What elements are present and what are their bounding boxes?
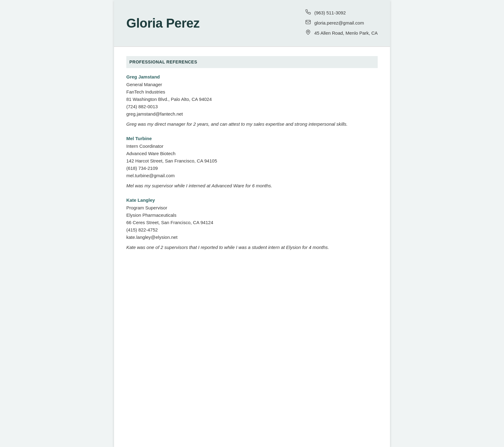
email-contact: gloria.perez@gmail.com xyxy=(305,19,378,27)
reference-note-1: Greg was my direct manager for 2 years, … xyxy=(126,121,378,128)
email-icon xyxy=(305,19,311,27)
reference-item-2: Mel Turbine Intern Coordinator Advanced … xyxy=(126,135,378,189)
reference-title-3: Program Supervisor xyxy=(126,204,378,212)
references-section-title: PROFESSIONAL REFERENCES xyxy=(129,59,197,64)
reference-company-3: Elysion Pharmaceuticals xyxy=(126,212,378,219)
reference-email-3: kate.langley@elysion.net xyxy=(126,234,378,241)
reference-phone-1: (724) 882-0013 xyxy=(126,103,378,110)
references-section-header: PROFESSIONAL REFERENCES xyxy=(126,56,378,68)
reference-phone-2: (618) 734-2109 xyxy=(126,165,378,172)
reference-name-2: Mel Turbine xyxy=(126,135,378,142)
reference-address-3: 66 Ceres Street, San Francisco, CA 94124 xyxy=(126,219,378,226)
phone-contact: (963) 511-3092 xyxy=(305,9,378,17)
header-section: Gloria Perez (963) 511-3092 gloria xyxy=(114,0,390,46)
svg-rect-0 xyxy=(306,20,311,24)
reference-company-1: FanTech Industries xyxy=(126,88,378,96)
resume-page: Gloria Perez (963) 511-3092 gloria xyxy=(114,0,390,447)
reference-email-2: mel.turbine@gmail.com xyxy=(126,172,378,179)
reference-name-3: Kate Langley xyxy=(126,197,378,204)
address-value: 45 Allen Road, Menlo Park, CA xyxy=(314,30,378,37)
location-icon xyxy=(305,29,311,37)
reference-email-1: greg.jamstand@fantech.net xyxy=(126,110,378,118)
phone-value: (963) 511-3092 xyxy=(314,10,346,17)
phone-icon xyxy=(305,9,311,17)
header-name-area: Gloria Perez xyxy=(126,13,200,33)
reference-item-3: Kate Langley Program Supervisor Elysion … xyxy=(126,197,378,251)
address-contact: 45 Allen Road, Menlo Park, CA xyxy=(305,29,378,37)
main-content: PROFESSIONAL REFERENCES Greg Jamstand Ge… xyxy=(114,47,390,271)
candidate-name: Gloria Perez xyxy=(126,13,200,33)
reference-title-2: Intern Coordinator xyxy=(126,143,378,150)
reference-note-3: Kate was one of 2 supervisors that I rep… xyxy=(126,244,378,251)
reference-address-1: 81 Washington Blvd., Palo Alto, CA 94024 xyxy=(126,96,378,103)
reference-item-1: Greg Jamstand General Manager FanTech In… xyxy=(126,74,378,128)
reference-note-2: Mel was my supervisor while I interned a… xyxy=(126,182,378,189)
reference-name-1: Greg Jamstand xyxy=(126,74,378,81)
email-value: gloria.perez@gmail.com xyxy=(314,20,364,27)
header-contact-area: (963) 511-3092 gloria.perez@gmail.com xyxy=(305,9,378,37)
svg-point-1 xyxy=(307,31,309,32)
reference-title-1: General Manager xyxy=(126,81,378,88)
reference-phone-3: (415) 822-4752 xyxy=(126,226,378,234)
reference-address-2: 142 Harcot Street, San Francisco, CA 941… xyxy=(126,157,378,165)
reference-company-2: Advanced Ware Biotech xyxy=(126,150,378,157)
